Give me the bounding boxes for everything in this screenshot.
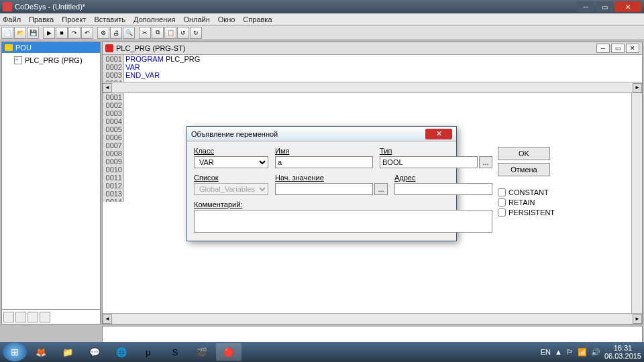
tray-show-hidden-icon[interactable]: ▲ bbox=[555, 348, 562, 356]
taskbar-explorer[interactable]: 📁 bbox=[55, 343, 80, 361]
body-vscroll[interactable] bbox=[631, 93, 642, 313]
tree-tabs bbox=[2, 309, 100, 324]
window-titlebar: CoDeSys - (Untitled)* ─ ▭ ✕ bbox=[0, 0, 644, 13]
toolbar-stop-button[interactable]: ■ bbox=[56, 27, 68, 39]
start-button[interactable]: ⊞ bbox=[3, 343, 27, 361]
window-title: CoDeSys - (Untitled)* bbox=[15, 3, 85, 11]
windows-taskbar: ⊞ 🦊 📁 💬 🌐 μ S 🎬 🔴 EN ▲ 🏳 📶 🔊 16:31 06.03… bbox=[0, 342, 644, 362]
menu-file[interactable]: Файл bbox=[3, 15, 21, 23]
tray-volume-icon[interactable]: 🔊 bbox=[591, 348, 600, 357]
address-input[interactable] bbox=[394, 183, 492, 195]
taskbar-skype[interactable]: S bbox=[162, 343, 188, 361]
name-input[interactable] bbox=[275, 156, 373, 168]
mdi-close-button[interactable]: ✕ bbox=[626, 44, 639, 53]
type-input[interactable] bbox=[380, 156, 478, 168]
scroll-right-icon[interactable]: ► bbox=[633, 83, 642, 93]
tree-item-label: PLC_PRG (PRG) bbox=[25, 56, 83, 64]
toolbar-step-button[interactable]: ↷ bbox=[68, 27, 80, 39]
menu-insert[interactable]: Вставить bbox=[94, 15, 125, 23]
menu-extras[interactable]: Дополнения bbox=[133, 15, 175, 23]
menu-edit[interactable]: Правка bbox=[29, 15, 54, 23]
system-tray[interactable]: EN ▲ 🏳 📶 🔊 16:31 06.03.2015 bbox=[541, 344, 641, 360]
toolbar-cut-button[interactable]: ✂ bbox=[139, 27, 151, 39]
class-label: Класс bbox=[194, 147, 268, 155]
comment-textarea[interactable] bbox=[194, 210, 492, 233]
taskbar-utorrent[interactable]: μ bbox=[136, 343, 161, 361]
gutter: 0003 bbox=[103, 71, 124, 79]
project-tree-panel: POU PLC_PRG (PRG) bbox=[1, 42, 101, 324]
tray-flag-icon[interactable]: 🏳 bbox=[566, 348, 574, 356]
init-input[interactable] bbox=[275, 183, 373, 195]
toolbar-print-button[interactable]: 🖨 bbox=[110, 27, 122, 39]
app-icon bbox=[3, 2, 12, 11]
tree-item-plcprg[interactable]: PLC_PRG (PRG) bbox=[5, 56, 97, 65]
class-select[interactable]: VAR bbox=[194, 156, 268, 168]
tree-tab-visu[interactable] bbox=[28, 312, 38, 322]
persistent-checkbox-label[interactable]: PERSISTENT bbox=[498, 208, 550, 217]
persistent-checkbox[interactable] bbox=[498, 208, 506, 217]
init-browse-button[interactable]: ... bbox=[374, 183, 388, 195]
folder-icon bbox=[5, 44, 13, 51]
address-label: Адрес bbox=[394, 174, 492, 182]
constant-checkbox[interactable] bbox=[498, 188, 506, 196]
toolbar-find-button[interactable]: 🔍 bbox=[123, 27, 135, 39]
taskbar-mediaplayer[interactable]: 🎬 bbox=[189, 343, 215, 361]
gutter: 0001 bbox=[103, 55, 124, 63]
tree-root-label: POU bbox=[15, 44, 32, 52]
toolbar-new-button[interactable]: 📄 bbox=[1, 27, 13, 39]
taskbar-chrome[interactable]: 🌐 bbox=[109, 343, 134, 361]
menu-bar: Файл Правка Проект Вставить Дополнения О… bbox=[0, 13, 644, 25]
dialog-title: Объявление переменной bbox=[191, 130, 278, 138]
tree-tab-pou[interactable] bbox=[3, 312, 14, 322]
tree-root[interactable]: POU bbox=[2, 42, 100, 53]
dialog-titlebar[interactable]: Объявление переменной ✕ bbox=[187, 127, 456, 141]
mdi-minimize-button[interactable]: ─ bbox=[596, 44, 610, 53]
toolbar-undo-button[interactable]: ↺ bbox=[177, 27, 189, 39]
cancel-button[interactable]: Отмена bbox=[498, 163, 550, 176]
taskbar-codesys[interactable]: 🔴 bbox=[216, 343, 241, 361]
gutter: 0002 bbox=[103, 63, 124, 71]
toolbar-build-button[interactable]: ⚙ bbox=[97, 27, 109, 39]
scroll-right-icon[interactable]: ► bbox=[633, 314, 642, 324]
retain-checkbox[interactable] bbox=[498, 198, 506, 206]
toolbar-open-button[interactable]: 📂 bbox=[14, 27, 26, 39]
type-browse-button[interactable]: ... bbox=[479, 156, 492, 168]
scroll-left-icon[interactable]: ◄ bbox=[103, 314, 112, 324]
taskbar-viber[interactable]: 💬 bbox=[82, 343, 107, 361]
variable-declaration-dialog: Объявление переменной ✕ Класс VAR Имя Ти… bbox=[186, 126, 457, 241]
tree-body: PLC_PRG (PRG) bbox=[2, 53, 100, 309]
menu-online[interactable]: Онлайн bbox=[183, 15, 209, 23]
toolbar-paste-button[interactable]: 📋 bbox=[164, 27, 176, 39]
ok-button[interactable]: OK bbox=[498, 147, 550, 160]
type-label: Тип bbox=[380, 147, 492, 155]
tray-network-icon[interactable]: 📶 bbox=[578, 348, 587, 357]
tray-language[interactable]: EN bbox=[541, 348, 551, 356]
body-hscroll[interactable]: ◄ ► bbox=[103, 313, 642, 324]
tree-tab-resources[interactable] bbox=[40, 312, 50, 322]
taskbar-firefox[interactable]: 🦊 bbox=[28, 343, 54, 361]
tree-tab-datatypes[interactable] bbox=[15, 312, 26, 322]
dialog-close-button[interactable]: ✕ bbox=[425, 129, 452, 139]
menu-help[interactable]: Справка bbox=[243, 15, 272, 23]
toolbar-run-button[interactable]: ▶ bbox=[43, 27, 55, 39]
document-icon bbox=[14, 56, 22, 64]
mdi-restore-button[interactable]: ▭ bbox=[611, 44, 625, 53]
toolbar-save-button[interactable]: 💾 bbox=[27, 27, 39, 39]
list-select: Global_Variables bbox=[194, 183, 268, 195]
decl-hscroll[interactable]: ◄ ► bbox=[103, 82, 642, 93]
window-close-button[interactable]: ✕ bbox=[614, 1, 641, 12]
gutter: 0004 bbox=[103, 79, 124, 82]
tray-clock[interactable]: 16:31 06.03.2015 bbox=[604, 344, 641, 360]
declaration-section[interactable]: 0001PROGRAM PLC_PRG 0002VAR 0003END_VAR … bbox=[103, 55, 642, 93]
menu-window[interactable]: Окно bbox=[218, 15, 235, 23]
toolbar-copy-button[interactable]: ⧉ bbox=[152, 27, 164, 39]
window-maximize-button[interactable]: ▭ bbox=[596, 1, 613, 12]
window-minimize-button[interactable]: ─ bbox=[577, 1, 594, 12]
toolbar-step2-button[interactable]: ↶ bbox=[81, 27, 93, 39]
menu-project[interactable]: Проект bbox=[62, 15, 86, 23]
scroll-left-icon[interactable]: ◄ bbox=[103, 83, 112, 93]
constant-checkbox-label[interactable]: CONSTANT bbox=[498, 188, 550, 196]
retain-checkbox-label[interactable]: RETAIN bbox=[498, 198, 550, 206]
toolbar: 📄 📂 💾 ▶ ■ ↷ ↶ ⚙ 🖨 🔍 ✂ ⧉ 📋 ↺ ↻ bbox=[0, 25, 644, 40]
toolbar-redo-button[interactable]: ↻ bbox=[190, 27, 202, 39]
